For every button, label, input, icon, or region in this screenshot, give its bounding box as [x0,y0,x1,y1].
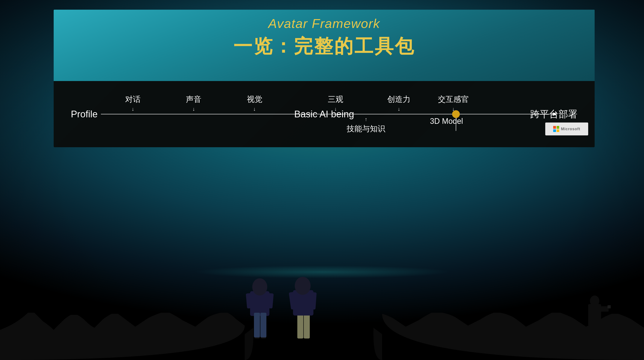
slide-title-english: Avatar Framework [195,16,453,31]
svg-point-12 [295,277,310,295]
svg-rect-26 [608,305,611,308]
above-label-chuangzaoli: 创造力 ↓ [387,94,410,112]
presentation-slide: Avatar Framework 一览：完整的工具包 Profile Basic… [54,10,595,147]
below-label-jineng: ↑ 技能与知识 [347,117,385,134]
above-label-jiaohuganguan: 交互感官 ↓ [438,94,469,112]
svg-point-0 [129,270,515,280]
diagram-band: Profile Basic AI being 跨平台部署 对话 ↓ 声音 ↓ [54,81,595,147]
svg-point-24 [590,295,599,306]
svg-rect-7 [254,313,260,337]
slide-title-chinese: 一览：完整的工具包 [195,34,453,59]
above-label-sanguan: 三观 ↓ [328,94,343,112]
microsoft-logo-area: Microsoft [545,122,588,135]
svg-rect-10 [304,313,310,338]
gold-dot-marker [452,110,460,118]
audience-silhouette [0,270,644,360]
slide-title-area: Avatar Framework 一览：完整的工具包 [195,16,453,59]
timeline-container: Profile Basic AI being 跨平台部署 对话 ↓ 声音 ↓ [71,93,578,136]
label-cross-platform: 跨平台部署 [530,108,578,121]
above-label-shijue: 视觉 ↓ [247,94,262,112]
presenter-2 [289,277,317,338]
microsoft-text: Microsoft [561,127,580,131]
below-label-3d-model: 3D Model [430,117,463,126]
label-basic-ai-being: Basic AI being [294,109,354,119]
svg-rect-23 [588,304,601,326]
above-label-shengyin: 声音 ↓ [186,94,201,112]
svg-point-4 [252,278,267,295]
svg-rect-25 [600,306,608,312]
svg-rect-9 [297,313,303,338]
svg-rect-8 [260,313,266,337]
above-label-duihua: 对话 ↓ [125,94,140,112]
label-profile: Profile [71,109,98,119]
presenter-1 [246,278,274,338]
microsoft-grid-logo [553,126,559,132]
